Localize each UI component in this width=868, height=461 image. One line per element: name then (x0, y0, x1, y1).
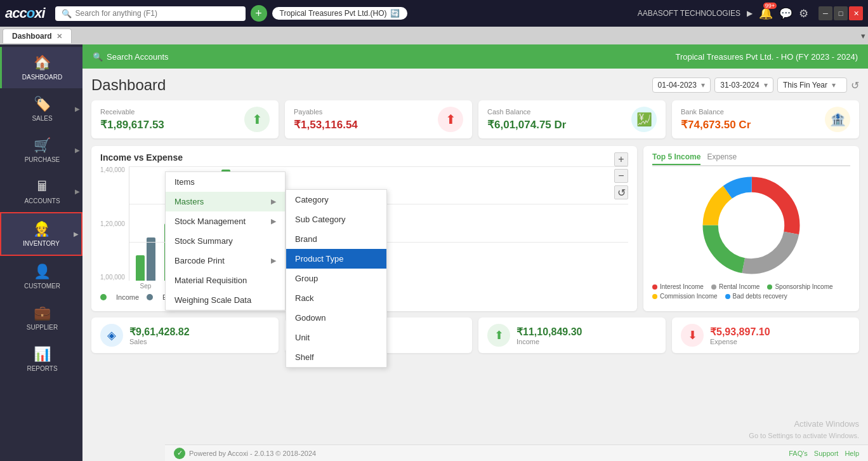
submenu-group[interactable]: Group (286, 269, 386, 288)
support-link[interactable]: Support (814, 450, 839, 457)
submenu-sub-category[interactable]: Sub Category (286, 210, 386, 229)
submenu-rack[interactable]: Rack (286, 288, 386, 308)
legend-bad-debts: Bad debts recovery (725, 293, 787, 300)
chart-plus-button[interactable]: + (614, 152, 628, 166)
sidebar-item-customer[interactable]: 👤 CUSTOMER (0, 256, 82, 297)
income-label: Income (516, 338, 582, 345)
logo-text: accoxi (5, 5, 45, 22)
topbar-right: AABASOFT TECHNOLOGIES ▶ 🔔99+ 💬 ⚙ ─ □ ✕ (638, 6, 863, 20)
customer-icon: 👤 (34, 264, 51, 280)
help-link[interactable]: Help (845, 450, 859, 457)
sales-icon: 🏷️ (34, 96, 51, 112)
search-accounts-icon: 🔍 (93, 52, 103, 62)
sales-card: ◈ ₹9,61,428.82 Sales (91, 317, 279, 353)
refresh-dashboard-button[interactable]: ↺ (851, 79, 859, 91)
payables-icon: ⬆ (438, 107, 463, 132)
close-button[interactable]: ✕ (849, 6, 863, 20)
receivable-icon: ⬆ (244, 107, 270, 132)
summary-cards: Receivable ₹1,89,617.53 ⬆ Payables ₹1,53… (91, 100, 859, 138)
menu-stock-summary[interactable]: Stock Summary (166, 231, 285, 251)
x-label-sep: Sep (136, 283, 155, 290)
tab-dashboard[interactable]: Dashboard ✕ (3, 29, 72, 43)
message-icon[interactable]: 💬 (779, 7, 792, 20)
legend-interest-label: Interest Income (660, 283, 704, 290)
settings-icon[interactable]: ⚙ (799, 7, 808, 20)
bar-sep-income (136, 255, 145, 281)
accounts-arrow: ▶ (75, 188, 80, 195)
footer-logo-text: Powered by Accoxi - 2.0.13 © 2018-2024 (189, 450, 316, 457)
period-selector[interactable]: This Fin Year ▾ (777, 77, 847, 93)
sidebar: 🏠 DASHBOARD 🏷️ SALES ▶ 🛒 PURCHASE ▶ 🖩 AC… (0, 44, 82, 461)
sidebar-reports-label: REPORTS (27, 365, 57, 372)
reports-icon: 📊 (34, 346, 51, 363)
sales-label: Sales (129, 338, 190, 345)
tab-top5-income[interactable]: Top 5 Income (652, 152, 700, 165)
menu-weighing[interactable]: Weighing Scale Data (166, 290, 285, 310)
income-legend-dot (100, 294, 107, 300)
menu-stock-management[interactable]: Stock Management ▶ (166, 211, 285, 231)
sidebar-item-inventory[interactable]: 👷 INVENTORY ▶ (0, 212, 82, 256)
faq-link[interactable]: FAQ's (789, 450, 808, 457)
sidebar-item-reports[interactable]: 📊 REPORTS (0, 338, 82, 380)
green-header: 🔍 Search Accounts Tropical Treasures Pvt… (82, 44, 868, 69)
activate-line1: Activate Windows (749, 418, 859, 431)
expense-amount: ₹5,93,897.10 (710, 326, 770, 338)
date-to-selector[interactable]: 31-03-2024 ▾ (714, 77, 773, 93)
income-legend-label: Income (116, 293, 139, 301)
sidebar-item-purchase[interactable]: 🛒 PURCHASE ▶ (0, 130, 82, 171)
sidebar-inventory-label: INVENTORY (23, 240, 60, 247)
submenu-unit[interactable]: Unit (286, 328, 386, 347)
legend-interest-dot (652, 284, 657, 290)
legend-rental-label: Rental Income (719, 283, 760, 290)
menu-barcode-print-arrow: ▶ (271, 257, 276, 265)
sidebar-item-sales[interactable]: 🏷️ SALES ▶ (0, 88, 82, 130)
content-area: 🔍 Search Accounts Tropical Treasures Pvt… (82, 44, 868, 461)
refresh-icon[interactable]: 🔄 (390, 9, 400, 18)
cash-balance-card: Cash Balance ₹6,01,074.75 Dr 💹 (478, 100, 666, 138)
legend-interest: Interest Income (652, 283, 704, 290)
submenu-brand[interactable]: Brand (286, 229, 386, 249)
sidebar-accounts-label: ACCOUNTS (24, 197, 60, 204)
menu-barcode-print-label: Barcode Print (174, 256, 225, 265)
donut-chart (697, 171, 805, 279)
legend-commission-label: Commission Income (660, 293, 718, 300)
sales-amount: ₹9,61,428.82 (129, 326, 190, 338)
tab-arrow-icon[interactable]: ▾ (861, 31, 865, 41)
bottom-cards: ◈ ₹9,61,428.82 Sales ⬆ ₹2,81,153.10 Purc… (91, 317, 859, 353)
menu-barcode-print[interactable]: Barcode Print ▶ (166, 251, 285, 271)
arrow-icon[interactable]: ▶ (747, 9, 753, 18)
submenu-product-type[interactable]: Product Type (286, 249, 386, 269)
maximize-button[interactable]: □ (834, 6, 848, 20)
home-icon: 🏠 (34, 55, 51, 71)
submenu-shelf[interactable]: Shelf (286, 347, 386, 367)
menu-masters[interactable]: Masters ▶ (166, 192, 285, 211)
add-button[interactable]: + (251, 5, 267, 22)
date-from-arrow: ▾ (701, 81, 705, 90)
search-accounts-button[interactable]: 🔍 Search Accounts (93, 52, 169, 62)
payables-amount: ₹1,53,116.54 (294, 118, 358, 131)
donut-chart-wrapper (652, 171, 850, 279)
company-selector[interactable]: Tropical Treasures Pvt Ltd.(HO) 🔄 (272, 7, 408, 20)
menu-items[interactable]: Items (166, 172, 285, 192)
minimize-button[interactable]: ─ (819, 6, 832, 20)
expense-legend-dot (147, 294, 153, 300)
legend-commission: Commission Income (652, 293, 718, 300)
search-bar[interactable]: 🔍 (55, 6, 246, 21)
date-from-selector[interactable]: 01-04-2023 ▾ (652, 77, 711, 93)
cash-balance-icon: 💹 (631, 107, 657, 132)
y-label-120: 1,20,000 (100, 220, 125, 227)
submenu-godown[interactable]: Godown (286, 308, 386, 328)
receivable-label: Receivable (100, 108, 164, 116)
sidebar-item-supplier[interactable]: 💼 SUPPLIER (0, 297, 82, 338)
menu-material-req[interactable]: Material Requisition (166, 271, 285, 290)
legend-rental: Rental Income (711, 283, 760, 290)
tab-close-icon[interactable]: ✕ (56, 32, 62, 40)
sidebar-item-accounts[interactable]: 🖩 ACCOUNTS ▶ (0, 171, 82, 212)
notification-button[interactable]: 🔔99+ (759, 6, 773, 20)
sidebar-item-dashboard[interactable]: 🏠 DASHBOARD (0, 47, 82, 88)
submenu-category[interactable]: Category (286, 190, 386, 210)
sidebar-purchase-label: PURCHASE (25, 156, 60, 163)
search-input[interactable] (76, 9, 215, 18)
bar-sep-expense (147, 237, 155, 281)
tab-top5-expense[interactable]: Expense (707, 152, 737, 165)
